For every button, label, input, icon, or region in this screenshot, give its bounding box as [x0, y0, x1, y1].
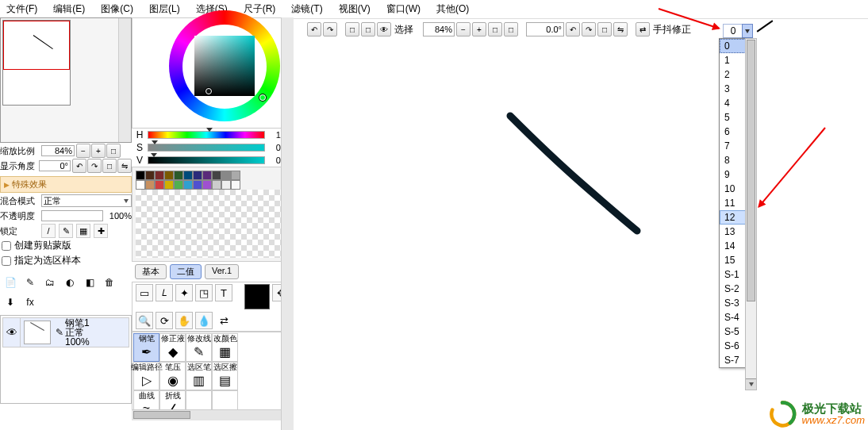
- val-slider[interactable]: [148, 156, 265, 164]
- lasso-tool[interactable]: 𝘓: [156, 284, 173, 301]
- stabilizer-input[interactable]: [723, 24, 743, 38]
- lock-alpha-icon[interactable]: ▦: [76, 224, 90, 238]
- new-group-button[interactable]: 🗂: [41, 274, 59, 291]
- canvas-area[interactable]: [307, 40, 868, 430]
- fx-button[interactable]: fx: [21, 294, 39, 311]
- redo-button[interactable]: ↷: [323, 22, 337, 36]
- sv-square[interactable]: [194, 36, 255, 96]
- swatch[interactable]: [212, 180, 221, 190]
- stabilizer-scroll-thumb[interactable]: [747, 40, 755, 301]
- navigator-thumbnail[interactable]: [2, 20, 71, 106]
- opacity-slider[interactable]: [41, 210, 103, 221]
- desel-btn-2[interactable]: □: [361, 22, 375, 36]
- fx-header[interactable]: 特殊效果: [0, 176, 132, 193]
- stabilizer-scrollbar[interactable]: [745, 38, 757, 390]
- tab-binary[interactable]: 二值: [170, 264, 202, 279]
- swatch[interactable]: [174, 180, 183, 190]
- brush-preset[interactable]: 笔压◉: [159, 362, 186, 390]
- scale-value[interactable]: 84%: [41, 145, 75, 156]
- midcol-scrollbar[interactable]: [281, 17, 294, 430]
- rotate-ccw[interactable]: ↶: [566, 22, 580, 36]
- swatch[interactable]: [174, 171, 183, 180]
- angle-ccw[interactable]: ↶: [72, 159, 86, 173]
- lock-move-icon[interactable]: ✚: [94, 224, 108, 238]
- rotate-cw[interactable]: ↷: [582, 22, 596, 36]
- swatch[interactable]: [183, 171, 193, 180]
- layer-item[interactable]: 👁 ✎ 钢笔1 正常 100%: [2, 317, 129, 347]
- menu-filter[interactable]: 滤镜(T): [291, 2, 322, 16]
- menu-layer[interactable]: 图层(L): [149, 2, 180, 16]
- swatch[interactable]: [136, 180, 145, 190]
- brush-preset[interactable]: 钢笔✒: [133, 333, 159, 362]
- swatch[interactable]: [183, 180, 193, 190]
- tab-basic[interactable]: 基本: [135, 264, 167, 279]
- brush-preset[interactable]: 选区笔▥: [186, 362, 212, 390]
- swatch[interactable]: [193, 171, 202, 180]
- tab-ver1[interactable]: Ver.1: [205, 264, 239, 279]
- swatch[interactable]: [145, 180, 155, 190]
- hflip-button[interactable]: ⇋: [613, 22, 628, 36]
- menu-window[interactable]: 窗口(W): [386, 2, 421, 16]
- swatch[interactable]: [193, 180, 202, 190]
- foreground-color[interactable]: [244, 284, 270, 309]
- swatch[interactable]: [231, 180, 240, 190]
- swap-colors-icon[interactable]: ⇄: [215, 312, 232, 329]
- zoom-fit[interactable]: □: [488, 22, 502, 36]
- object-tool[interactable]: ◳: [195, 284, 213, 301]
- mask-button[interactable]: ◧: [81, 274, 98, 291]
- adjust-button[interactable]: ◐: [61, 274, 79, 291]
- sv-cursor[interactable]: [205, 88, 212, 94]
- lock-pixel-icon[interactable]: ✎: [59, 224, 73, 238]
- midcol-hscroll-thumb[interactable]: [133, 411, 190, 419]
- brush-preset[interactable]: 选区擦▤: [212, 362, 238, 390]
- trash-button[interactable]: 🗑: [101, 274, 118, 291]
- zoom-tool[interactable]: 🔍: [136, 312, 153, 329]
- swatch[interactable]: [164, 171, 174, 180]
- menu-edit[interactable]: 编辑(E): [53, 2, 85, 16]
- menu-file[interactable]: 文件(F): [6, 2, 37, 16]
- eye-select-icon[interactable]: 👁: [377, 22, 391, 36]
- brush-preset[interactable]: 修正液◆: [159, 333, 186, 362]
- swatch[interactable]: [164, 180, 174, 190]
- text-tool[interactable]: T: [215, 284, 232, 301]
- swatch[interactable]: [221, 180, 231, 190]
- selsample-checkbox[interactable]: [2, 256, 11, 266]
- menu-other[interactable]: 其他(O): [436, 2, 469, 16]
- hand-tool[interactable]: ✋: [175, 312, 193, 329]
- hue-slider[interactable]: [148, 131, 265, 139]
- rotate-tool[interactable]: ⟳: [156, 312, 173, 329]
- swatch[interactable]: [155, 180, 164, 190]
- stabilizer-scroll-down[interactable]: [746, 378, 756, 390]
- desel-btn-1[interactable]: □: [345, 22, 359, 36]
- scale-plus[interactable]: +: [91, 144, 106, 158]
- midcol-hscroll[interactable]: [132, 409, 281, 420]
- swatch[interactable]: [202, 180, 212, 190]
- merge-button[interactable]: ⬇: [2, 294, 19, 311]
- menu-view[interactable]: 视图(V): [339, 2, 371, 16]
- zoom-input[interactable]: [423, 22, 455, 36]
- swatch[interactable]: [136, 171, 145, 180]
- undo-button[interactable]: ↶: [307, 22, 321, 36]
- new-linework-button[interactable]: ✎: [21, 274, 39, 291]
- zoom-reset[interactable]: □: [504, 22, 518, 36]
- marquee-tool[interactable]: ▭: [136, 284, 153, 301]
- sat-slider[interactable]: [148, 144, 265, 152]
- new-layer-button[interactable]: 📄: [2, 274, 19, 291]
- angle-reset[interactable]: □: [102, 159, 117, 173]
- eye-icon[interactable]: 👁: [3, 318, 21, 347]
- swatch[interactable]: [155, 171, 164, 180]
- rotate-input[interactable]: [526, 22, 564, 36]
- swatch[interactable]: [212, 171, 221, 180]
- wand-tool[interactable]: ✦: [175, 284, 193, 301]
- clip-checkbox[interactable]: [2, 241, 11, 251]
- scale-reset[interactable]: □: [106, 144, 121, 158]
- brush-preset[interactable]: 改颜色▦: [212, 333, 238, 362]
- blend-combo[interactable]: 正常: [41, 194, 132, 207]
- menu-ruler[interactable]: 尺子(R): [244, 2, 276, 16]
- rotate-reset[interactable]: □: [597, 22, 612, 36]
- navigator-scrollbar[interactable]: [118, 18, 131, 142]
- lock-all-icon[interactable]: /: [41, 224, 56, 238]
- stabilizer-dropdown-arrow[interactable]: [742, 24, 753, 38]
- angle-flip[interactable]: ⇋: [117, 159, 132, 173]
- swap-icon[interactable]: ⇄: [636, 22, 650, 36]
